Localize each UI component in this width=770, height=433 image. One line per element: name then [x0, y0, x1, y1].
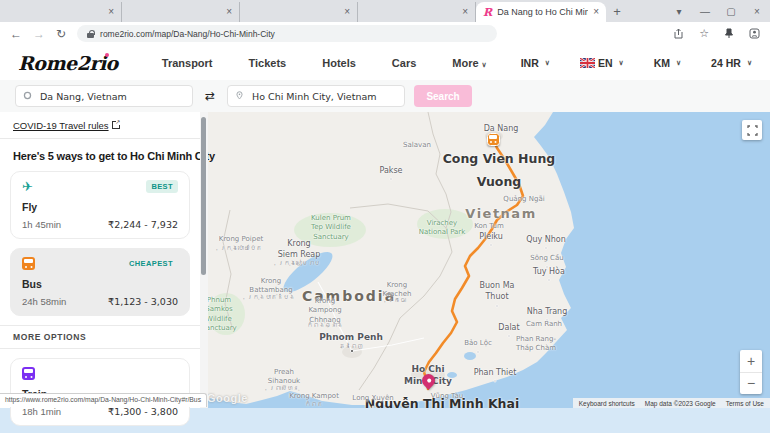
sidebar-scrollbar: [200, 112, 208, 408]
map-label: Dalat: [498, 323, 519, 334]
map-attribution: Keyboard shortcutsMap data ©2023 GoogleT…: [573, 398, 770, 408]
zoom-in-button[interactable]: +: [740, 350, 762, 373]
tab-search-icon[interactable]: ▾: [666, 6, 692, 17]
uk-flag-icon: [580, 58, 595, 68]
more-options-heading: MORE OPTIONS: [0, 325, 200, 349]
map-label: Long Xuyên: [352, 394, 393, 403]
site-header: Rome2rio TransportTicketsHotelsCarsMore∨…: [0, 45, 770, 80]
terms-of-use-link[interactable]: Terms of Use: [726, 400, 764, 407]
destination-input[interactable]: [227, 85, 405, 107]
rome2rio-logo[interactable]: Rome2rio: [18, 52, 118, 74]
route-option-bus[interactable]: CHEAPESTBus24h 58min₹1,123 - 3,030: [10, 248, 190, 316]
bookmark-star-icon[interactable]: ☆: [699, 28, 709, 39]
reload-icon[interactable]: ↻: [56, 28, 66, 40]
card-detail-row: 18h 1min₹1,300 - 3,800: [22, 406, 178, 417]
card-top-row: ✈BEST: [22, 179, 178, 194]
sidebar-scrollbar-thumb[interactable]: [201, 117, 206, 275]
town-dot: [494, 380, 497, 383]
tab-inactive[interactable]: ×: [4, 2, 122, 22]
external-link-icon: [112, 121, 120, 129]
minimize-icon[interactable]: —: [692, 6, 718, 17]
card-detail-row: 24h 58min₹1,123 - 3,030: [22, 296, 178, 307]
url-text: rome2rio.com/map/Da-Nang/Ho-Chi-Minh-Cit…: [100, 29, 275, 39]
map-label: Kulen Prum Tep Wildlife Sanctuary: [311, 214, 351, 242]
origin-input[interactable]: [15, 85, 193, 107]
destination-pin-icon: [235, 91, 244, 100]
share-icon[interactable]: [673, 28, 684, 39]
tab-inactive[interactable]: ×: [240, 2, 358, 22]
town-dot: [496, 305, 499, 308]
plane-icon: ✈: [22, 180, 33, 193]
back-icon[interactable]: ←: [10, 28, 22, 40]
map-label: Sông Cầu: [530, 254, 563, 263]
map-label: Quy Nhon: [526, 235, 566, 246]
destination-field-wrap: [227, 85, 405, 107]
rome2rio-favicon-icon: R: [483, 7, 492, 18]
close-window-icon[interactable]: ×: [744, 6, 770, 17]
setting-km[interactable]: KM∨: [654, 57, 681, 69]
nav-cars[interactable]: Cars: [392, 57, 416, 69]
content: Da NangCong Vien Hung VuongQuảng NgãiVie…: [0, 112, 770, 408]
setting-24hr[interactable]: 24 HR∨: [711, 57, 752, 69]
maximize-icon[interactable]: ▢: [718, 6, 744, 17]
map-label: កំពង់ឆ្នាំង: [307, 321, 343, 329]
card-top-row: CHEAPEST: [22, 256, 178, 271]
map-label: Salavan: [403, 141, 431, 150]
close-tab-icon[interactable]: ×: [462, 7, 468, 17]
setting-en[interactable]: EN∨: [580, 57, 624, 69]
new-tab-button[interactable]: +: [606, 4, 628, 19]
close-tab-icon[interactable]: ×: [344, 7, 350, 17]
tab-active[interactable]: R Da Nang to Ho Chi Minh City ×: [476, 2, 606, 22]
route-option-fly[interactable]: ✈BESTFly1h 45min₹2,244 - 7,932: [10, 171, 190, 239]
fullscreen-button[interactable]: [742, 120, 762, 140]
card-top-row: [22, 366, 178, 381]
map-label: Cam Ranh: [526, 320, 562, 329]
map-label: ព្រះសីហនុ: [269, 384, 299, 392]
nav-hotels[interactable]: Hotels: [322, 57, 356, 69]
search-row: ⇄ Search: [0, 80, 770, 112]
duration: 18h 1min: [22, 406, 61, 417]
train-icon: [22, 367, 35, 380]
search-button[interactable]: Search: [414, 85, 472, 107]
map-label: កំពត: [305, 400, 323, 408]
forward-icon[interactable]: →: [33, 28, 45, 40]
badge-best: BEST: [146, 180, 178, 193]
tab-inactive[interactable]: ×: [358, 2, 476, 22]
close-tab-icon[interactable]: ×: [226, 7, 232, 17]
swap-icon[interactable]: ⇄: [202, 89, 218, 103]
results-heading: Here's 5 ways to get to Ho Chi Minh City: [0, 139, 200, 171]
keyboard-shortcuts-link[interactable]: Keyboard shortcuts: [579, 400, 635, 407]
results-sidebar: COVID-19 Travel rules Here's 5 ways to g…: [0, 112, 200, 408]
profile-icon[interactable]: [749, 28, 760, 39]
map-label: Phan Thiet: [474, 368, 517, 379]
nav-transport[interactable]: Transport: [162, 57, 213, 69]
mode-label: Bus: [22, 278, 178, 290]
bus-icon: [22, 257, 35, 270]
town-dot: [390, 178, 393, 181]
extension-pin-icon[interactable]: [724, 28, 734, 39]
origin-circle-icon: [23, 91, 32, 100]
tab-inactive[interactable]: ×: [122, 2, 240, 22]
tab-strip: ×××× R Da Nang to Ho Chi Minh City × + ▾…: [0, 0, 770, 22]
origin-bus-marker[interactable]: [487, 133, 500, 146]
card-detail-row: 1h 45min₹2,244 - 7,932: [22, 219, 178, 230]
route-option-train[interactable]: Train18h 1min₹1,300 - 3,800: [10, 358, 190, 426]
price-range: ₹1,300 - 3,800: [108, 406, 178, 417]
nav-more[interactable]: More∨: [452, 57, 486, 69]
setting-inr[interactable]: INR∨: [521, 57, 550, 69]
zoom-out-button[interactable]: −: [740, 373, 762, 395]
covid-travel-rules-link[interactable]: COVID-19 Travel rules: [13, 120, 109, 131]
url-bar[interactable]: rome2rio.com/map/Da-Nang/Ho-Chi-Minh-Cit…: [77, 25, 497, 42]
map-label: ក្រចេះ: [388, 296, 406, 304]
phnom-penh-dot: [350, 349, 354, 353]
toolbar-icons: ☆: [673, 28, 760, 39]
town-dot: [545, 247, 548, 250]
close-tab-icon[interactable]: ×: [593, 7, 599, 17]
setting-label: INR: [521, 57, 539, 69]
nav-tickets[interactable]: Tickets: [249, 57, 287, 69]
map-label: ក្រុងសៀមរាប: [278, 259, 320, 267]
map-label: Kon Tum: [474, 222, 504, 231]
close-tab-icon[interactable]: ×: [108, 7, 114, 17]
map-label: Tuy Hòa: [533, 267, 565, 278]
map-label: Quảng Ngãi: [503, 195, 544, 204]
